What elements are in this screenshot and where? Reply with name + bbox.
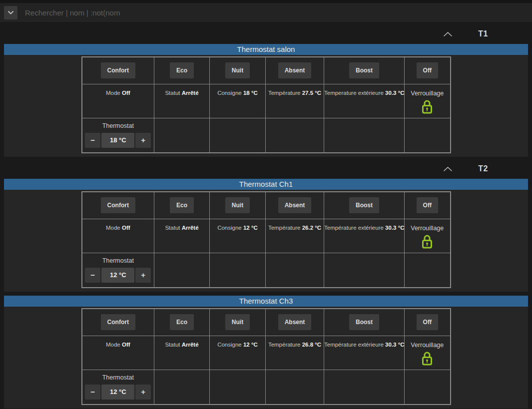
section-header-t1: T1 [0, 24, 532, 44]
panel-title: Thermostat Ch3 [4, 296, 528, 307]
thermostat-panel-ch1: Thermostat Ch1 Confort Eco Nuit Absent B… [4, 179, 528, 292]
status-cell-consigne: Consigne 12 °C [210, 336, 266, 370]
mode-button-boost[interactable]: Boost [349, 197, 379, 213]
mode-button-absent[interactable]: Absent [278, 314, 312, 330]
setpoint-value: 18 °C [101, 133, 134, 148]
panel-title: Thermostat salon [4, 44, 528, 55]
collapse-section-t2-button[interactable] [442, 164, 454, 174]
section-label-t1: T1 [478, 29, 488, 38]
stepper-row: Thermostat − 18 °C + [82, 118, 451, 153]
empty-cell [324, 370, 405, 405]
mode-cell: Eco [154, 192, 210, 219]
empty-cell [210, 370, 266, 405]
decrease-button[interactable]: − [85, 268, 100, 283]
collapse-section-t1-button[interactable] [442, 29, 454, 39]
setpoint-value: 12 °C [101, 385, 134, 400]
empty-cell [210, 118, 266, 153]
mode-button-boost[interactable]: Boost [349, 62, 379, 78]
mode-button-confort[interactable]: Confort [101, 197, 135, 213]
mode-cell: Nuit [210, 57, 266, 84]
empty-cell [405, 253, 451, 288]
stepper-label: Thermostat [82, 122, 154, 129]
decrease-button[interactable]: − [85, 133, 100, 148]
status-cell-statut: Statut Arrêté [154, 336, 210, 370]
mode-cell: Confort [82, 57, 154, 84]
mode-cell: Eco [154, 57, 210, 84]
mode-cell: Absent [266, 57, 324, 84]
mode-button-nuit[interactable]: Nuit [225, 197, 250, 213]
mode-cell: Confort [82, 309, 154, 336]
mode-buttons-row: Confort Eco Nuit Absent Boost Off [82, 57, 451, 84]
empty-cell [324, 253, 405, 288]
mode-button-absent[interactable]: Absent [278, 62, 312, 78]
empty-cell [210, 253, 266, 288]
status-cell-temperature-exterieure: Température extérieure 30.3 °C [324, 219, 405, 253]
mode-button-nuit[interactable]: Nuit [225, 314, 250, 330]
stepper-row: Thermostat − 12 °C + [82, 253, 451, 288]
search-input[interactable] [24, 8, 527, 17]
search-dropdown-button[interactable] [4, 6, 17, 19]
chevron-up-icon [444, 30, 452, 38]
status-cell-consigne: Consigne 18 °C [210, 84, 266, 118]
thermostat-table: Confort Eco Nuit Absent Boost Off Mode O… [81, 308, 451, 405]
empty-cell [405, 118, 451, 153]
chevron-down-icon [8, 11, 13, 14]
increase-button[interactable]: + [135, 133, 151, 148]
status-cell-verrouillage: Verrouillage [405, 84, 451, 118]
increase-button[interactable]: + [135, 385, 151, 400]
status-cell-temperature-exterieure: Temperature extérieure 30.3 °C [324, 84, 405, 118]
mode-button-nuit[interactable]: Nuit [225, 62, 250, 78]
panel-body: Confort Eco Nuit Absent Boost Off Mode O… [4, 190, 528, 292]
mode-button-absent[interactable]: Absent [278, 197, 312, 213]
status-cell-temperature: Température 26.2 °C [266, 219, 324, 253]
section-header-t2: T2 [0, 159, 532, 179]
status-cell-verrouillage: Verrouillage [405, 336, 451, 370]
mode-buttons-row: Confort Eco Nuit Absent Boost Off [82, 192, 451, 219]
thermostat-table: Confort Eco Nuit Absent Boost Off Mode O… [81, 56, 451, 153]
empty-cell [266, 118, 324, 153]
mode-button-off[interactable]: Off [417, 62, 438, 78]
thermostat-stepper-cell: Thermostat − 12 °C + [82, 253, 154, 288]
empty-cell [154, 253, 210, 288]
mode-button-eco[interactable]: Eco [170, 197, 194, 213]
mode-button-off[interactable]: Off [417, 197, 438, 213]
status-cell-statut: Statut Arrêté [154, 219, 210, 253]
empty-cell [266, 253, 324, 288]
mode-button-off[interactable]: Off [417, 314, 438, 330]
mode-cell: Boost [324, 57, 405, 84]
chevron-up-icon [444, 165, 452, 173]
status-cell-consigne: Consigne 12 °C [210, 219, 266, 253]
lock-icon[interactable] [421, 99, 434, 114]
increase-button[interactable]: + [135, 268, 151, 283]
status-cell-statut: Statut Arrêté [154, 84, 210, 118]
mode-button-confort[interactable]: Confort [101, 314, 135, 330]
mode-cell: Nuit [210, 309, 266, 336]
status-cell-mode: Mode Off [82, 336, 154, 370]
stepper-label: Thermostat [82, 257, 154, 264]
empty-cell [405, 370, 451, 405]
status-cell-temperature: Température 26.8 °C [266, 336, 324, 370]
status-cell-temperature-exterieure: Température extérieure 30.3 °C [324, 336, 405, 370]
lock-icon[interactable] [421, 234, 434, 249]
mode-cell: Off [405, 57, 451, 84]
status-row: Mode Off Statut Arrêté Consigne 12 °C Te… [82, 219, 451, 253]
empty-cell [154, 370, 210, 405]
mode-cell: Confort [82, 192, 154, 219]
mode-button-eco[interactable]: Eco [170, 314, 194, 330]
mode-cell: Eco [154, 309, 210, 336]
thermostat-stepper-cell: Thermostat − 12 °C + [82, 370, 154, 405]
status-cell-temperature: Température 27.5 °C [266, 84, 324, 118]
mode-button-confort[interactable]: Confort [101, 62, 135, 78]
stepper-label: Thermostat [82, 374, 154, 381]
setpoint-value: 12 °C [101, 268, 134, 283]
mode-cell: Off [405, 192, 451, 219]
status-cell-mode: Mode Off [82, 84, 154, 118]
mode-cell: Absent [266, 192, 324, 219]
empty-cell [154, 118, 210, 153]
mode-button-boost[interactable]: Boost [349, 314, 379, 330]
decrease-button[interactable]: − [85, 385, 100, 400]
thermostat-panel-ch3: Thermostat Ch3 Confort Eco Nuit Absent B… [4, 296, 528, 409]
mode-button-eco[interactable]: Eco [170, 62, 194, 78]
lock-icon[interactable] [421, 351, 434, 366]
empty-cell [266, 370, 324, 405]
